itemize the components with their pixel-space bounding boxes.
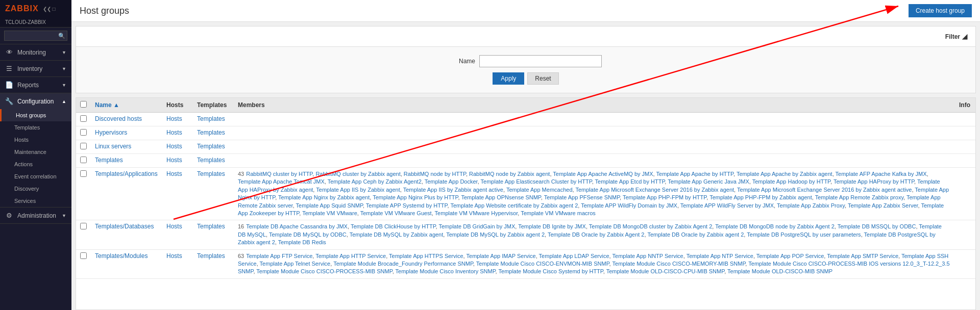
member-link[interactable]: Template DB MySQL by ODBC [269,231,347,238]
row-checkbox[interactable] [80,129,87,136]
row-hosts-link[interactable]: Hosts [166,170,182,177]
member-link[interactable]: Template App Apache by HTTP [656,171,733,177]
member-link[interactable]: Template DB GridGain by JMX [439,223,516,229]
select-all-checkbox[interactable] [80,101,87,108]
member-link[interactable]: Template App POP Service [756,253,824,259]
member-link[interactable]: Template App FTP Service [246,253,312,259]
member-link[interactable]: Template DB Ignite by JMX [518,223,586,229]
member-link[interactable]: Template VM VMware [302,210,357,216]
member-link[interactable]: Template App IIS by Zabbix agent active [403,187,503,193]
member-link[interactable]: Template App Squid SNMP [296,202,363,209]
sidebar-item-configuration[interactable]: 🔧 Configuration ▲ [0,93,71,109]
member-link[interactable]: Template App Nginx Plus by HTTP [373,194,458,200]
member-link[interactable]: Template App HAProxy by HTTP [834,178,914,185]
member-link[interactable]: Template Module OLD-CISCO-CPU-MIB SNMP [606,268,724,274]
member-link[interactable]: RabbitMQ cluster by HTTP [246,171,312,177]
row-templates-link[interactable]: Templates [197,157,225,164]
member-link[interactable]: Template App Ceph by Zabbix Agent2 [328,178,422,185]
member-link[interactable]: Template DB Redis [278,239,326,245]
member-link[interactable]: Template DB MySQL by Zabbix agent [350,231,444,238]
expand-icon[interactable]: □ [53,6,56,12]
row-checkbox[interactable] [80,143,87,149]
member-link[interactable]: Template App Website certificate by Zabb… [450,202,578,209]
member-link[interactable]: Template Module Cisco Inventory SNMP [396,268,496,274]
member-link[interactable]: Template VM VMware macros [521,210,596,216]
row-templates-link[interactable]: Templates [197,252,225,260]
sidebar-item-monitoring[interactable]: 👁 Monitoring ▼ [0,44,71,60]
filter-name-input[interactable] [479,55,602,67]
row-hosts-link[interactable]: Hosts [166,129,182,136]
row-name-link[interactable]: Templates [95,157,123,164]
row-checkbox[interactable] [80,223,87,229]
member-link[interactable]: Template App OPNsense SNMP [461,194,541,200]
row-templates-link[interactable]: Templates [197,223,225,230]
row-hosts-link[interactable]: Hosts [166,223,182,230]
member-link[interactable]: Template DB Oracle by Zabbix agent 2 [647,231,744,238]
sidebar-item-actions[interactable]: Actions [0,158,71,170]
member-link[interactable]: Template App Zabbix Proxy [777,202,845,209]
sidebar-item-services[interactable]: Services [0,195,71,207]
member-link[interactable]: Template DB Apache Cassandra by JMX [246,223,348,229]
member-link[interactable]: Template App PFSense SNMP [544,194,620,200]
nav-monitoring[interactable]: 👁 Monitoring ▼ [0,44,71,61]
member-link[interactable]: Template App Remote Zabbix proxy [815,194,903,200]
row-templates-link[interactable]: Templates [197,115,225,122]
row-templates-link[interactable]: Templates [197,129,225,136]
row-name-link[interactable]: Hypervisors [95,129,127,136]
member-link[interactable]: RabbitMQ cluster by Zabbix agent [315,171,400,177]
member-link[interactable]: Template App HTTP Service [315,253,386,259]
sidebar-item-host-groups[interactable]: Host groups [0,109,71,121]
nav-reports[interactable]: 📄 Reports ▼ [0,77,71,93]
row-templates-link[interactable]: Templates [197,143,225,150]
sidebar-item-hosts[interactable]: Hosts [0,134,71,146]
member-link[interactable]: Template App Apache by Zabbix agent [737,171,832,177]
member-link[interactable]: Template App Microsoft Exchange Server 2… [737,187,912,193]
member-link[interactable]: Template App HTTPS Service [389,253,463,259]
member-link[interactable]: Template App PHP-FPM by HTTP [623,194,706,200]
member-link[interactable]: Template DB MongoDB node by Zabbix Agent… [715,223,835,229]
member-link[interactable]: Template App Apache Tomcat JMX [238,178,325,185]
member-link[interactable]: Template VM VMware Guest [360,210,432,216]
row-hosts-link[interactable]: Hosts [166,143,182,150]
member-link[interactable]: Template App IIS by Zabbix agent [316,187,400,193]
row-name-link[interactable]: Linux servers [95,143,131,150]
sidebar-item-maintenance[interactable]: Maintenance [0,146,71,158]
row-hosts-link[interactable]: Hosts [166,157,182,164]
member-link[interactable]: Template Module Cisco CISCO-MEMORY-MIB S… [612,261,746,267]
member-link[interactable]: Template App Generic Java JMX [668,178,749,185]
member-link[interactable]: RabbitMQ node by HTTP [404,171,466,177]
row-name-link[interactable]: Templates/Databases [95,223,154,230]
row-name-link[interactable]: Discovered hosts [95,115,142,122]
member-link[interactable]: Template DB MongoDB cluster by Zabbix Ag… [589,223,713,229]
row-hosts-link[interactable]: Hosts [166,115,182,122]
member-link[interactable]: Template DB ClickHouse by HTTP [351,223,436,229]
row-checkbox[interactable] [80,115,87,122]
row-checkbox[interactable] [80,157,87,163]
member-link[interactable]: Template App Apache ActiveMQ by JMX [553,171,653,177]
member-link[interactable]: Template DB MSSQL by ODBC [838,223,916,229]
row-name-link[interactable]: Templates/Applications [95,170,158,177]
member-link[interactable]: Template VM VMware Hypervisor [435,210,518,216]
member-link[interactable]: Template App Docker [425,178,478,185]
sidebar-item-administration[interactable]: ⚙ Administration ▼ [0,208,71,223]
member-link[interactable]: Template App Zabbix Server [848,202,918,209]
member-link[interactable]: Template App PHP-FPM by Zabbix agent [709,194,812,200]
name-sort-link[interactable]: Name ▲ [95,101,119,109]
apply-button[interactable]: Apply [493,72,524,85]
member-link[interactable]: Template APP WildFly Server by JMX [680,202,774,209]
nav-administration[interactable]: ⚙ Administration ▼ [0,208,71,224]
collapse-icon[interactable]: ❮❮ [43,6,51,12]
member-link[interactable]: Template DB MySQL by Zabbix agent 2 [446,231,545,238]
member-link[interactable]: Template App Etcd by HTTP [595,178,665,185]
member-link[interactable]: Template App LDAP Service [539,253,609,259]
row-checkbox[interactable] [80,170,87,177]
reset-button[interactable]: Reset [527,72,558,85]
member-link[interactable]: Template App Hadoop by HTTP [752,178,830,185]
member-link[interactable]: Template App Memcached [506,187,573,193]
member-link[interactable]: Template AFP Apache Kafka by JMX [836,171,927,177]
sidebar-item-discovery[interactable]: Discovery [0,183,71,195]
member-link[interactable]: Template App IMAP Service [467,253,536,259]
member-link[interactable]: Template APP WildFly Domain by JMX [581,202,677,209]
member-link[interactable]: Template DB Oracle by Zabbix Agent 2 [548,231,645,238]
sidebar-item-inventory[interactable]: ☰ Inventory ▼ [0,61,71,76]
